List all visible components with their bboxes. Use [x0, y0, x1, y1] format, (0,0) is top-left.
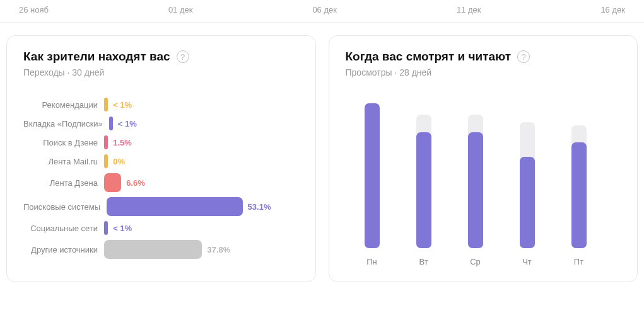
- hbar-value: 1.5%: [113, 138, 132, 147]
- vbar-stack: [468, 103, 483, 248]
- hbar-value: 37.8%: [207, 245, 230, 254]
- hbar-track: 37.8%: [104, 240, 299, 259]
- hbar-label: Другие источники: [23, 245, 104, 254]
- vbar-fill: [468, 132, 483, 248]
- card-traffic-sources[interactable]: Как зрители находят вас ? Переходы · 30 …: [6, 35, 316, 282]
- vbar-fill: [365, 103, 380, 248]
- card-title: Как зрители находят вас: [23, 50, 170, 64]
- hbar-row[interactable]: Рекомендации< 1%: [23, 98, 299, 111]
- card-title: Когда вас смотрят и читают: [346, 50, 512, 64]
- hbar-row[interactable]: Поисковые системы53.1%: [23, 197, 299, 216]
- hbar-fill: [104, 135, 108, 149]
- hbar-track: 0%: [104, 154, 299, 168]
- hbar-fill: [104, 98, 108, 111]
- hbar-row[interactable]: Лента Mail.ru0%: [23, 154, 299, 168]
- hbar-track: 53.1%: [107, 197, 298, 216]
- hbar-track: < 1%: [109, 117, 299, 130]
- timeline-tick: 01 дек: [168, 5, 193, 14]
- hbar-fill: [104, 154, 108, 168]
- hbar-label: Поисковые системы: [23, 202, 107, 212]
- vbar-label: Вт: [419, 257, 428, 266]
- hbar-row[interactable]: Другие источники37.8%: [23, 240, 299, 259]
- hbar-label: Лента Mail.ru: [23, 157, 104, 166]
- vbar-column[interactable]: Вт: [416, 96, 431, 266]
- card-subtitle: Просмотры · 28 дней: [346, 67, 621, 77]
- hbar-fill: [104, 173, 121, 192]
- vbar-column[interactable]: Пт: [571, 96, 587, 266]
- vbar-label: Чт: [522, 257, 532, 266]
- sources-bar-chart: Рекомендации< 1%Вкладка «Подписки»< 1%По…: [23, 98, 299, 259]
- hbar-value: 53.1%: [248, 202, 271, 212]
- hbar-label: Лента Дзена: [23, 178, 104, 188]
- timeline-axis: 26 нояб 01 дек 06 дек 11 дек 16 дек: [0, 0, 644, 23]
- hbar-fill: [109, 117, 113, 130]
- hbar-label: Рекомендации: [23, 100, 104, 110]
- vbar-column[interactable]: Чт: [520, 96, 535, 266]
- timeline-tick: 06 дек: [312, 5, 337, 14]
- views-bar-chart: ПнВтСрЧтПт: [346, 96, 621, 266]
- vbar-stack: [520, 103, 535, 248]
- help-icon[interactable]: ?: [177, 50, 189, 63]
- vbar-label: Пт: [574, 257, 583, 266]
- hbar-track: 6.6%: [104, 173, 299, 192]
- vbar-fill: [571, 142, 587, 248]
- hbar-track: < 1%: [104, 221, 299, 235]
- vbar-fill: [416, 132, 431, 248]
- vbar-label: Пн: [366, 257, 377, 266]
- vbar-column[interactable]: Пн: [365, 96, 380, 266]
- vbar-stack: [416, 103, 431, 248]
- vbar-stack: [571, 103, 587, 248]
- timeline-tick: 11 дек: [457, 5, 481, 14]
- hbar-label: Вкладка «Подписки»: [23, 119, 109, 128]
- vbar-stack: [365, 103, 380, 248]
- hbar-value: < 1%: [113, 100, 132, 110]
- hbar-fill: [104, 240, 202, 259]
- hbar-value: < 1%: [113, 224, 132, 233]
- hbar-row[interactable]: Социальные сети< 1%: [23, 221, 299, 235]
- hbar-fill: [107, 197, 243, 216]
- hbar-value: 6.6%: [126, 178, 145, 188]
- help-icon[interactable]: ?: [517, 50, 530, 63]
- timeline-tick: 16 дек: [600, 5, 625, 14]
- card-subtitle: Переходы · 30 дней: [23, 67, 299, 77]
- hbar-row[interactable]: Вкладка «Подписки»< 1%: [23, 117, 299, 130]
- vbar-fill: [520, 157, 535, 248]
- timeline-tick: 26 нояб: [19, 5, 49, 14]
- hbar-fill: [104, 221, 108, 235]
- hbar-label: Социальные сети: [23, 224, 104, 233]
- hbar-track: 1.5%: [104, 135, 299, 149]
- vbar-column[interactable]: Ср: [468, 96, 483, 266]
- hbar-track: < 1%: [104, 98, 299, 111]
- card-views-by-day[interactable]: Когда вас смотрят и читают ? Просмотры ·…: [329, 35, 638, 282]
- hbar-value: < 1%: [118, 119, 137, 128]
- hbar-row[interactable]: Лента Дзена6.6%: [23, 173, 299, 192]
- hbar-label: Поиск в Дзене: [23, 138, 104, 147]
- vbar-label: Ср: [470, 257, 481, 266]
- hbar-row[interactable]: Поиск в Дзене1.5%: [23, 135, 299, 149]
- hbar-value: 0%: [113, 157, 125, 166]
